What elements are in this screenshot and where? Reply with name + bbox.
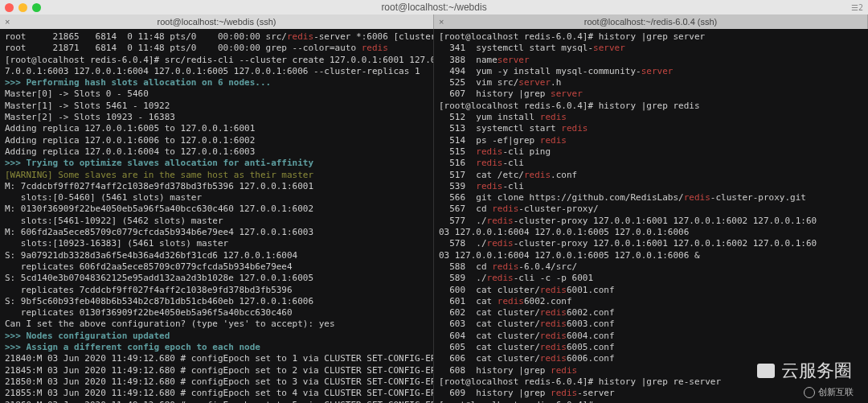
tab-webdis[interactable]: × root@localhost:~/webdis (ssh)	[0, 14, 434, 29]
broadcast-icon[interactable]: ☰2	[851, 3, 863, 12]
close-tab-icon[interactable]: ×	[439, 17, 444, 27]
tab-bar: × root@localhost:~/webdis (ssh) × root@l…	[0, 14, 868, 29]
tab-label: root@localhost:~/webdis (ssh)	[158, 17, 276, 27]
tab-redis[interactable]: × root@localhost:~/redis-6.0.4 (ssh)	[434, 14, 868, 29]
traffic-lights	[5, 3, 41, 12]
brand-logo-icon	[804, 387, 815, 398]
brand-watermark-text: 创新互联	[818, 386, 854, 398]
wechat-watermark: 云服务圈	[757, 359, 852, 383]
zoom-window-button[interactable]	[32, 3, 41, 12]
window-titlebar: root@localhost:~/webdis ☰2	[0, 0, 868, 14]
brand-watermark: 创新互联	[804, 386, 854, 398]
tab-label: root@localhost:~/redis-6.0.4 (ssh)	[584, 17, 718, 27]
wechat-watermark-text: 云服务圈	[781, 359, 852, 383]
left-terminal-pane[interactable]: root 21865 6814 0 11:48 pts/0 00:00:00 s…	[0, 29, 434, 403]
minimize-window-button[interactable]	[18, 3, 27, 12]
window-title: root@localhost:~/webdis	[381, 2, 486, 13]
close-tab-icon[interactable]: ×	[5, 17, 10, 27]
wechat-icon	[757, 364, 775, 378]
close-window-button[interactable]	[5, 3, 14, 12]
right-terminal-pane[interactable]: [root@localhost redis-6.0.4]# history |g…	[434, 29, 868, 403]
split-panes: root 21865 6814 0 11:48 pts/0 00:00:00 s…	[0, 29, 868, 403]
